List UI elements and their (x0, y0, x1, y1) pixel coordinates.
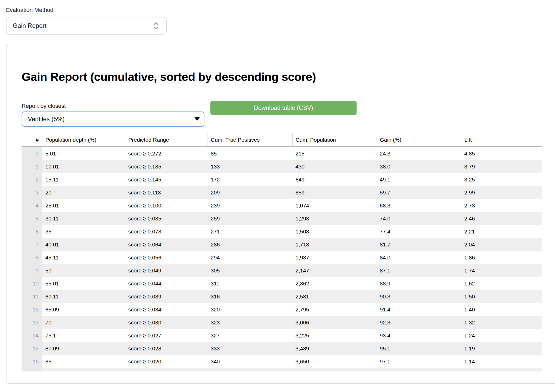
table-cell: score ≥ 0.049 (125, 264, 208, 277)
table-cell: 3.25 (461, 173, 542, 186)
table-cell: 2.21 (461, 225, 542, 238)
row-index-cell: 4 (22, 199, 42, 212)
column-header: Predicted Range (125, 133, 208, 147)
table-cell: 3,225 (292, 329, 377, 342)
table-cell: 1.32 (461, 316, 542, 329)
table-cell: 1,503 (292, 225, 377, 238)
row-index-cell: 3 (22, 186, 42, 199)
table-cell: 20 (42, 186, 125, 199)
table-row: 1475.1score ≥ 0.0273273,22593.41.24 (22, 329, 542, 342)
table-cell: 92.3 (377, 316, 461, 329)
table-cell: score ≥ 0.064 (125, 238, 208, 251)
table-row: 845.11score ≥ 0.0562941,93784.01.86 (22, 251, 542, 264)
table-row: 740.01score ≥ 0.0642861,71881.72.04 (22, 238, 542, 251)
row-index-cell: 6 (22, 225, 42, 238)
table-cell: 327 (208, 329, 292, 342)
download-csv-button[interactable]: Download table (CSV) (210, 101, 357, 115)
table-cell: 3,650 (292, 355, 377, 368)
table-row: 1265.09score ≥ 0.0343202,79591.41.40 (22, 303, 542, 316)
table-cell: 38.0 (377, 160, 461, 173)
table-cell: 65.09 (42, 303, 125, 316)
table-cell: 95.1 (377, 342, 461, 355)
row-index-cell: 10 (22, 277, 42, 290)
table-cell: 172 (208, 173, 292, 186)
table-cell: 84.0 (377, 251, 461, 264)
table-cell: 97.1 (377, 355, 461, 368)
table-cell: 3,439 (292, 342, 377, 355)
table-cell: 649 (292, 173, 377, 186)
row-index-cell: 14 (22, 329, 42, 342)
gain-table-header: #Population depth (%)Predicted RangeCum.… (22, 133, 542, 147)
table-cell: 2,362 (292, 277, 377, 290)
table-cell: 340 (208, 355, 292, 368)
table-cell: 5.01 (42, 147, 125, 160)
table-cell: 74.0 (377, 212, 461, 225)
table-cell: 2.99 (461, 186, 542, 199)
table-cell: score ≥ 0.020 (125, 355, 208, 368)
row-index-cell: 1 (22, 160, 42, 173)
table-cell: score ≥ 0.118 (125, 186, 208, 199)
report-by-select[interactable]: Ventiles (5%) (22, 112, 204, 127)
table-cell: 85 (42, 355, 125, 368)
row-index-cell: 8 (22, 251, 42, 264)
row-index-cell: 2 (22, 173, 42, 186)
table-cell: 1.14 (461, 355, 542, 368)
table-cell: 91.4 (377, 303, 461, 316)
table-row: 05.01score ≥ 0.2728521524.34.85 (22, 147, 542, 160)
table-cell: 68.3 (377, 199, 461, 212)
table-row: 320score ≥ 0.11820985959.72.99 (22, 186, 542, 199)
table-cell: 271 (208, 225, 292, 238)
table-row: 635score ≥ 0.0732711,50377.42.21 (22, 225, 542, 238)
table-cell: 77.4 (377, 225, 461, 238)
gain-table-wrap: #Population depth (%)Predicted RangeCum.… (22, 133, 555, 371)
gain-report-card: Gain Report (cumulative, sorted by desce… (6, 44, 555, 384)
table-cell: 87.1 (377, 264, 461, 277)
table-cell: 30.11 (42, 212, 125, 225)
table-cell: score ≥ 0.073 (125, 225, 208, 238)
evaluation-method-label: Evaluation Method (6, 7, 555, 14)
table-cell: 25.01 (42, 199, 125, 212)
table-cell: score ≥ 0.085 (125, 212, 208, 225)
table-cell: 81.7 (377, 238, 461, 251)
column-header: Gain (%) (377, 133, 461, 147)
table-cell: 93.4 (377, 329, 461, 342)
table-cell: 1.74 (461, 264, 542, 277)
table-cell: 859 (292, 186, 377, 199)
table-cell: 50 (42, 264, 125, 277)
table-cell: 1,937 (292, 251, 377, 264)
row-index-cell: 13 (22, 316, 42, 329)
table-cell: 259 (208, 212, 292, 225)
table-cell: 209 (208, 186, 292, 199)
column-header-index: # (22, 133, 42, 147)
table-row: 530.11score ≥ 0.0852591,29374.02.46 (22, 212, 542, 225)
table-cell: 59.7 (377, 186, 461, 199)
report-by-value: Ventiles (5%) (28, 115, 64, 123)
evaluation-method-block: Evaluation Method Gain Report (6, 7, 555, 35)
table-cell: 294 (208, 251, 292, 264)
table-row: 215.11score ≥ 0.14517264949.13.25 (22, 173, 542, 186)
table-cell: 15.11 (42, 173, 125, 186)
table-cell: 311 (208, 277, 292, 290)
table-cell: 1.86 (461, 251, 542, 264)
table-cell: score ≥ 0.145 (125, 173, 208, 186)
row-index-cell: 0 (22, 147, 42, 160)
gain-table-body: 05.01score ≥ 0.2728521524.34.85110.01sco… (22, 147, 542, 368)
table-cell: 2,581 (292, 290, 377, 303)
table-cell: score ≥ 0.100 (125, 199, 208, 212)
table-cell: 55.01 (42, 277, 125, 290)
table-cell: 4.85 (461, 147, 542, 160)
row-index-cell: 9 (22, 264, 42, 277)
table-cell: 323 (208, 316, 292, 329)
table-cell: 75.1 (42, 329, 125, 342)
table-cell: 316 (208, 290, 292, 303)
table-cell: 305 (208, 264, 292, 277)
table-cell: 2.04 (461, 238, 542, 251)
column-header: Lift (461, 133, 542, 147)
table-cell: 1.50 (461, 290, 542, 303)
table-cell: score ≥ 0.056 (125, 251, 208, 264)
report-controls: Report by closest Ventiles (5%) Download… (22, 103, 555, 127)
evaluation-method-select[interactable]: Gain Report (6, 17, 167, 35)
evaluation-method-value: Gain Report (13, 22, 46, 29)
table-cell: 1,718 (292, 238, 377, 251)
table-cell: 45.11 (42, 251, 125, 264)
